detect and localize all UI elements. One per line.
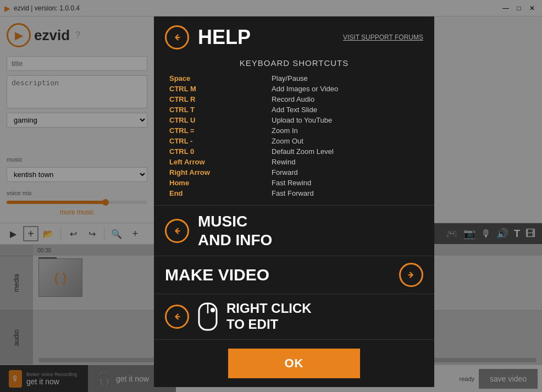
ok-button[interactable]: OK — [228, 349, 360, 378]
shortcut-desc: Zoom In — [267, 125, 423, 136]
shortcut-row: CTRL T Add Text Slide — [165, 104, 423, 115]
mouse-icon — [198, 302, 218, 331]
shortcut-key: CTRL = — [165, 125, 267, 136]
shortcut-desc: Zoom Out — [267, 136, 423, 146]
help-modal: HELP VISIT SUPPORT FORUMS KEYBOARD SHORT… — [154, 16, 434, 387]
music-info-section: MUSICAND INFO — [154, 205, 434, 256]
shortcuts-table: Space Play/Pause CTRL M Add Images or Vi… — [165, 73, 423, 198]
shortcut-desc: Upload to YouTube — [267, 115, 423, 125]
shortcut-key: Home — [165, 178, 267, 188]
shortcut-row: CTRL 0 Default Zoom Level — [165, 146, 423, 157]
shortcut-row: Left Arrow Rewind — [165, 157, 423, 167]
shortcut-row: CTRL R Record Audio — [165, 94, 423, 104]
shortcut-key: CTRL M — [165, 84, 267, 94]
shortcuts-section: KEYBOARD SHORTCUTS Space Play/Pause CTRL… — [154, 54, 434, 205]
shortcut-row: End Fast Forward — [165, 188, 423, 198]
right-click-text: RIGHT CLICKTO EDIT — [226, 301, 312, 333]
shortcut-row: Right Arrow Forward — [165, 167, 423, 178]
make-video-forward-button[interactable] — [399, 263, 423, 287]
make-video-section: MAKE VIDEO — [154, 256, 434, 294]
modal-ok-row: OK — [154, 339, 434, 387]
overlay: HELP VISIT SUPPORT FORUMS KEYBOARD SHORT… — [0, 0, 542, 392]
shortcut-desc: Add Images or Video — [267, 84, 423, 94]
make-video-text: MAKE VIDEO — [165, 266, 269, 284]
modal-header: HELP VISIT SUPPORT FORUMS — [154, 16, 434, 54]
shortcut-row: CTRL M Add Images or Video — [165, 84, 423, 94]
visit-forums-link[interactable]: VISIT SUPPORT FORUMS — [343, 34, 423, 41]
right-click-back-button[interactable] — [165, 305, 189, 329]
help-title-text: HELP — [198, 26, 251, 49]
shortcut-key: CTRL 0 — [165, 146, 267, 157]
shortcut-row: Home Fast Rewind — [165, 178, 423, 188]
shortcuts-title: KEYBOARD SHORTCUTS — [165, 58, 423, 68]
shortcut-key: Right Arrow — [165, 167, 267, 178]
modal-help-title: HELP — [165, 25, 251, 49]
shortcut-row: CTRL U Upload to YouTube — [165, 115, 423, 125]
shortcut-key: CTRL - — [165, 136, 267, 146]
music-info-back-button[interactable] — [165, 219, 189, 243]
shortcut-key: Left Arrow — [165, 157, 267, 167]
shortcut-row: Space Play/Pause — [165, 73, 423, 84]
shortcut-key: CTRL R — [165, 94, 267, 104]
shortcut-key: End — [165, 188, 267, 198]
shortcut-desc: Rewind — [267, 157, 423, 167]
right-click-section: RIGHT CLICKTO EDIT — [154, 294, 434, 339]
shortcut-key: CTRL T — [165, 104, 267, 115]
svg-point-2 — [211, 308, 215, 312]
shortcut-row: CTRL = Zoom In — [165, 125, 423, 136]
shortcut-desc: Add Text Slide — [267, 104, 423, 115]
shortcut-key: CTRL U — [165, 115, 267, 125]
shortcut-desc: Fast Forward — [267, 188, 423, 198]
shortcut-desc: Record Audio — [267, 94, 423, 104]
shortcut-desc: Fast Rewind — [267, 178, 423, 188]
shortcut-key: Space — [165, 73, 267, 84]
shortcut-desc: Forward — [267, 167, 423, 178]
music-info-text: MUSICAND INFO — [198, 212, 272, 249]
help-back-button[interactable] — [165, 25, 189, 49]
shortcut-desc: Play/Pause — [267, 73, 423, 84]
shortcut-row: CTRL - Zoom Out — [165, 136, 423, 146]
shortcut-desc: Default Zoom Level — [267, 146, 423, 157]
